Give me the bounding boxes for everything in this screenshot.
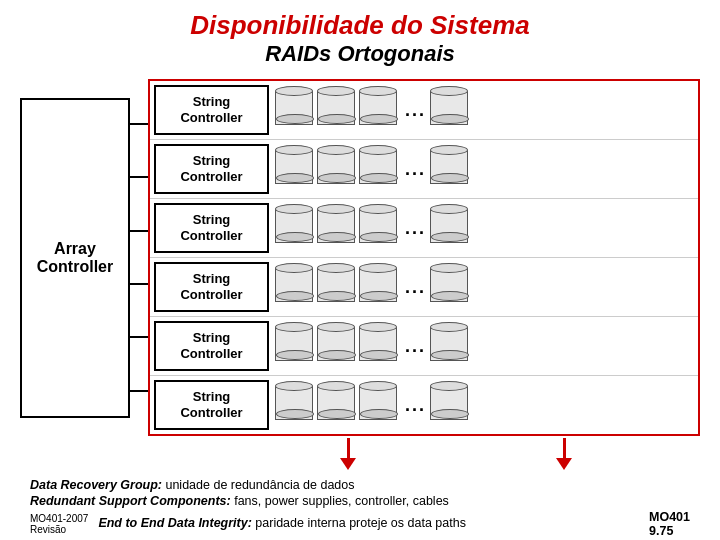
dots-4: ... (405, 277, 426, 298)
cylinder-4-3 (359, 263, 397, 311)
conn-stub-2 (130, 176, 148, 178)
cylinder-2-last (430, 145, 468, 193)
footer: Data Recovery Group: unidade de redundân… (20, 478, 700, 538)
footer-label-1: Data Recovery Group: (30, 478, 165, 492)
sub-title: RAIDs Ortogonais (190, 41, 530, 67)
cylinder-1-last (430, 86, 468, 134)
footer-bottom-row: MO401-2007Revisão End to End Data Integr… (30, 510, 690, 538)
footer-bottom-right: MO4019.75 (649, 510, 690, 538)
conn-stub-6 (130, 390, 148, 392)
string-controller-5: StringController (154, 321, 269, 371)
dots-6: ... (405, 395, 426, 416)
grid-row-5: StringController ... (150, 317, 698, 376)
cylinder-3-last (430, 204, 468, 252)
cylinder-6-1 (275, 381, 313, 429)
conn-stub-1 (130, 123, 148, 125)
grid-row-1: StringController ... (150, 81, 698, 140)
bottom-arrow-left (340, 438, 356, 470)
cylinder-1-2 (317, 86, 355, 134)
cylinder-5-1 (275, 322, 313, 370)
cylinders-row-3: ... (273, 200, 698, 256)
grid-area: StringController ... (148, 79, 700, 436)
cylinders-row-2: ... (273, 141, 698, 197)
footer-label-3: End to End Data Integrity: (98, 516, 255, 530)
array-section: ArrayController (20, 98, 148, 418)
footer-label-2: Redundant Support Components: (30, 494, 234, 508)
footer-bottom-left: MO401-2007Revisão (30, 513, 88, 535)
sc-label-1: StringController (180, 94, 242, 125)
cylinder-4-2 (317, 263, 355, 311)
cylinder-3-1 (275, 204, 313, 252)
sc-label-3: StringController (180, 212, 242, 243)
grid-row-4: StringController ... (150, 258, 698, 317)
dots-5: ... (405, 336, 426, 357)
string-controller-3: StringController (154, 203, 269, 253)
title-block: Disponibilidade do Sistema RAIDs Ortogon… (190, 10, 530, 67)
cylinder-1-3 (359, 86, 397, 134)
cylinder-5-3 (359, 322, 397, 370)
cylinders-row-4: ... (273, 259, 698, 315)
grid-row-6: StringController ... (150, 376, 698, 434)
sc-label-5: StringController (180, 330, 242, 361)
conn-stub-3 (130, 230, 148, 232)
cylinder-2-1 (275, 145, 313, 193)
cylinder-1-1 (275, 86, 313, 134)
string-controller-1: StringController (154, 85, 269, 135)
cylinder-6-3 (359, 381, 397, 429)
string-controller-2: StringController (154, 144, 269, 194)
dots-3: ... (405, 218, 426, 239)
footer-line-1: Data Recovery Group: unidade de redundân… (30, 478, 690, 492)
sc-label-6: StringController (180, 389, 242, 420)
cylinder-3-3 (359, 204, 397, 252)
conn-stub-5 (130, 336, 148, 338)
grid-row-3: StringController ... (150, 199, 698, 258)
footer-line-3: End to End Data Integrity: paridade inte… (88, 516, 649, 530)
footer-line-2: Redundant Support Components: fans, powe… (30, 494, 690, 508)
cylinder-5-2 (317, 322, 355, 370)
sc-label-2: StringController (180, 153, 242, 184)
string-controller-6: StringController (154, 380, 269, 430)
grid-row-2: StringController ... (150, 140, 698, 199)
cylinder-2-2 (317, 145, 355, 193)
dots-2: ... (405, 159, 426, 180)
cylinder-6-last (430, 381, 468, 429)
cylinder-5-last (430, 322, 468, 370)
page: Disponibilidade do Sistema RAIDs Ortogon… (0, 0, 720, 540)
footer-content-2: fans, power supplies, controller, cables (234, 494, 449, 508)
sc-label-4: StringController (180, 271, 242, 302)
main-title: Disponibilidade do Sistema (190, 10, 530, 41)
connectors-col (130, 98, 148, 418)
bottom-arrow-right (556, 438, 572, 470)
cylinder-4-1 (275, 263, 313, 311)
footer-content-1: unidade de redundância de dados (165, 478, 354, 492)
conn-stub-4 (130, 283, 148, 285)
cylinder-2-3 (359, 145, 397, 193)
cylinder-6-2 (317, 381, 355, 429)
dots-1: ... (405, 100, 426, 121)
cylinders-row-5: ... (273, 318, 698, 374)
diagram-area: ArrayController StringController (20, 79, 700, 436)
bottom-arrows (20, 436, 700, 470)
cylinder-4-last (430, 263, 468, 311)
string-controller-4: StringController (154, 262, 269, 312)
array-controller-label: ArrayController (37, 240, 113, 276)
cylinders-row-1: ... (273, 82, 698, 138)
array-controller-box: ArrayController (20, 98, 130, 418)
footer-content-3: paridade interna proteje os data paths (255, 516, 466, 530)
cylinders-row-6: ... (273, 377, 698, 433)
cylinder-3-2 (317, 204, 355, 252)
